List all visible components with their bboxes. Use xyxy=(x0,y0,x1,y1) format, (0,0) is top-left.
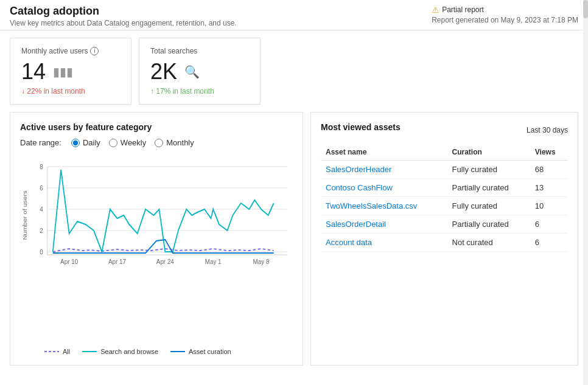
radio-weekly[interactable]: Weekly xyxy=(109,138,146,147)
legend-asset-curation: Asset curation xyxy=(170,348,231,355)
views-value: 68 xyxy=(530,161,568,179)
legend-search-icon xyxy=(82,349,97,355)
date-range-row: Date range: Daily Weekly Monthly xyxy=(20,138,293,147)
header-left: Catalog adoption View key metrics about … xyxy=(10,5,237,27)
panel-header: Most viewed assets Last 30 days xyxy=(321,122,568,138)
table-row: SalesOrderHeaderFully curated68 xyxy=(321,161,568,179)
monthly-active-users-card: Monthly active users i 14 ▮▮▮ ↓ 22% in l… xyxy=(10,38,131,105)
metric-label-users: Monthly active users i xyxy=(21,47,120,55)
col-views: Views xyxy=(530,144,568,161)
views-value: 6 xyxy=(530,215,568,234)
metric-change-users: ↓ 22% in last month xyxy=(21,87,120,95)
asset-name-link[interactable]: Contoso CashFlow xyxy=(326,183,393,192)
radio-monthly[interactable]: Monthly xyxy=(155,138,194,147)
last-days-label: Last 30 days xyxy=(527,126,568,134)
svg-text:Apr 24: Apr 24 xyxy=(156,258,174,266)
scrollbar-thumb[interactable] xyxy=(583,0,588,18)
metric-value-users: 14 ▮▮▮ xyxy=(21,59,120,85)
metric-change-searches: ↑ 17% in last month xyxy=(150,87,249,95)
views-value: 6 xyxy=(530,234,568,252)
page-subtitle: View key metrics about Data Catalog enga… xyxy=(10,19,237,27)
active-users-title: Active users by feature category xyxy=(20,122,293,132)
col-curation: Curation xyxy=(447,144,530,161)
metrics-row: Monthly active users i 14 ▮▮▮ ↓ 22% in l… xyxy=(0,30,588,112)
asset-name-link[interactable]: SalesOrderHeader xyxy=(326,165,391,174)
metric-label-searches: Total searches xyxy=(150,47,249,55)
chart-area: 8 6 4 2 0 Apr 10 Apr 17 Apr 24 May 1 May… xyxy=(20,154,293,343)
svg-text:May 1: May 1 xyxy=(205,258,222,266)
asset-name-link[interactable]: TwoWheelsSalesData.csv xyxy=(326,201,417,210)
svg-text:2: 2 xyxy=(40,227,43,235)
table-row: Account dataNot curated6 xyxy=(321,234,568,252)
svg-text:May 8: May 8 xyxy=(253,258,270,266)
legend-search-browse: Search and browse xyxy=(82,348,158,355)
table-row: SalesOrderDetailPartially curated6 xyxy=(321,215,568,234)
curation-value: Fully curated xyxy=(447,197,530,215)
header-right: ⚠ Partial report Report generated on May… xyxy=(432,5,578,24)
bar-chart-icon: ▮▮▮ xyxy=(53,64,73,79)
partial-report-badge: ⚠ Partial report xyxy=(432,5,578,15)
assets-table: Asset name Curation Views SalesOrderHead… xyxy=(321,144,568,252)
svg-text:8: 8 xyxy=(40,164,43,171)
page-header: Catalog adoption View key metrics about … xyxy=(0,0,588,30)
curation-value: Not curated xyxy=(447,234,530,252)
info-icon-users[interactable]: i xyxy=(90,47,99,55)
col-asset-name: Asset name xyxy=(321,144,447,161)
main-content: Active users by feature category Date ra… xyxy=(0,112,588,375)
legend-all-icon xyxy=(44,349,59,355)
curation-value: Fully curated xyxy=(447,161,530,179)
svg-text:4: 4 xyxy=(40,206,43,213)
warning-icon: ⚠ xyxy=(432,5,439,15)
active-users-panel: Active users by feature category Date ra… xyxy=(10,112,303,366)
total-searches-card: Total searches 2K 🔍 ↑ 17% in last month xyxy=(139,38,261,105)
table-row: TwoWheelsSalesData.csvFully curated10 xyxy=(321,197,568,215)
arrow-down-icon: ↓ xyxy=(21,87,25,95)
svg-text:Apr 17: Apr 17 xyxy=(108,258,126,266)
legend-all: All xyxy=(44,348,70,355)
views-value: 13 xyxy=(530,179,568,197)
scrollbar-track xyxy=(583,0,588,375)
page-title: Catalog adoption xyxy=(10,5,237,18)
svg-text:0: 0 xyxy=(40,249,43,256)
curation-value: Partially curated xyxy=(447,179,530,197)
table-row: Contoso CashFlowPartially curated13 xyxy=(321,179,568,197)
svg-text:6: 6 xyxy=(40,185,43,192)
metric-value-searches: 2K 🔍 xyxy=(150,59,249,85)
line-chart: 8 6 4 2 0 Apr 10 Apr 17 Apr 24 May 1 May… xyxy=(20,154,293,325)
radio-daily[interactable]: Daily xyxy=(71,138,100,147)
asset-name-link[interactable]: Account data xyxy=(326,238,372,247)
date-range-label: Date range: xyxy=(20,138,61,147)
svg-text:Number of users: Number of users xyxy=(21,190,27,240)
most-viewed-panel: Most viewed assets Last 30 days Asset na… xyxy=(310,112,578,366)
legend-curation-icon xyxy=(170,349,185,355)
search-icon: 🔍 xyxy=(184,64,200,79)
asset-name-link[interactable]: SalesOrderDetail xyxy=(326,220,386,229)
most-viewed-title: Most viewed assets xyxy=(321,122,401,132)
chart-legend: All Search and browse Asset curation xyxy=(20,348,293,355)
report-date: Report generated on May 9, 2023 at 7:18 … xyxy=(432,16,578,24)
svg-text:Apr 10: Apr 10 xyxy=(60,258,78,266)
curation-value: Partially curated xyxy=(447,215,530,234)
date-range-radio-group: Daily Weekly Monthly xyxy=(71,138,194,147)
arrow-up-icon: ↑ xyxy=(150,87,154,95)
table-header-row: Asset name Curation Views xyxy=(321,144,568,161)
views-value: 10 xyxy=(530,197,568,215)
